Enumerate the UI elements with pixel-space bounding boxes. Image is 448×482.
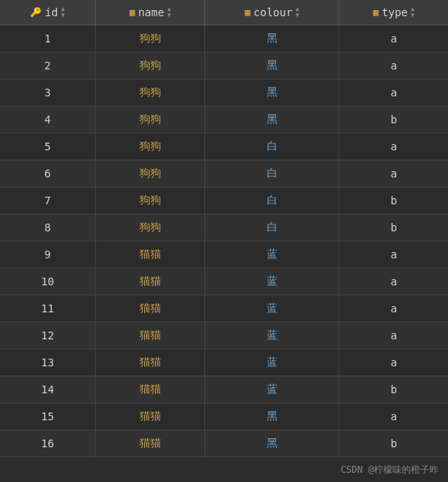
cell-id: 4 [0, 106, 96, 133]
cell-id: 8 [0, 214, 96, 241]
col-header-id[interactable]: 🔑 id ▲ ▼ [0, 0, 96, 25]
cell-name: 狗狗 [96, 79, 205, 106]
cell-colour: 蓝 [205, 349, 339, 376]
cell-id: 12 [0, 322, 96, 349]
cell-name: 猫猫 [96, 349, 205, 376]
cell-name: 狗狗 [96, 106, 205, 133]
cell-id: 5 [0, 133, 96, 160]
cell-colour: 黑 [205, 403, 339, 430]
cell-name: 猫猫 [96, 376, 205, 403]
table-icon-colour: ▦ [245, 7, 251, 18]
data-table: 🔑 id ▲ ▼ ▦ name ▲ ▼ [0, 0, 448, 457]
cell-type: a [339, 160, 448, 187]
table-row: 5狗狗白a [0, 133, 448, 160]
table-row: 7狗狗白b [0, 187, 448, 214]
cell-type: a [339, 52, 448, 79]
cell-colour: 黑 [205, 25, 339, 52]
sort-arrows-type[interactable]: ▲ ▼ [411, 6, 415, 19]
cell-colour: 蓝 [205, 322, 339, 349]
cell-id: 2 [0, 52, 96, 79]
cell-id: 14 [0, 376, 96, 403]
table-container: 🔑 id ▲ ▼ ▦ name ▲ ▼ [0, 0, 448, 482]
table-row: 2狗狗黑a [0, 52, 448, 79]
table-row: 13猫猫蓝a [0, 349, 448, 376]
cell-colour: 蓝 [205, 295, 339, 322]
cell-name: 猫猫 [96, 322, 205, 349]
cell-type: a [339, 25, 448, 52]
table-row: 15猫猫黑a [0, 403, 448, 430]
cell-colour: 白 [205, 133, 339, 160]
cell-type: b [339, 376, 448, 403]
cell-colour: 蓝 [205, 241, 339, 268]
table-icon-name: ▦ [130, 7, 135, 18]
cell-type: a [339, 268, 448, 295]
col-header-name[interactable]: ▦ name ▲ ▼ [96, 0, 205, 25]
cell-type: a [339, 295, 448, 322]
cell-id: 6 [0, 160, 96, 187]
cell-name: 猫猫 [96, 430, 205, 457]
col-header-type[interactable]: ▦ type ▲ ▼ [339, 0, 448, 25]
table-icon-type: ▦ [373, 7, 379, 18]
cell-type: b [339, 430, 448, 457]
col-label-colour: colour [254, 6, 293, 19]
key-icon: 🔑 [30, 7, 42, 18]
cell-id: 7 [0, 187, 96, 214]
sort-arrows-colour[interactable]: ▲ ▼ [295, 6, 299, 19]
cell-id: 16 [0, 430, 96, 457]
cell-type: a [339, 133, 448, 160]
cell-name: 狗狗 [96, 52, 205, 79]
cell-name: 狗狗 [96, 133, 205, 160]
cell-name: 猫猫 [96, 295, 205, 322]
table-row: 1狗狗黑a [0, 25, 448, 52]
cell-name: 猫猫 [96, 241, 205, 268]
cell-colour: 蓝 [205, 376, 339, 403]
cell-id: 15 [0, 403, 96, 430]
watermark: CSDN @柠檬味的橙子昨 [0, 457, 448, 482]
cell-name: 狗狗 [96, 160, 205, 187]
cell-id: 10 [0, 268, 96, 295]
cell-id: 13 [0, 349, 96, 376]
cell-type: b [339, 187, 448, 214]
cell-colour: 蓝 [205, 268, 339, 295]
cell-id: 11 [0, 295, 96, 322]
cell-id: 3 [0, 79, 96, 106]
table-row: 11猫猫蓝a [0, 295, 448, 322]
table-row: 12猫猫蓝a [0, 322, 448, 349]
sort-arrows-id[interactable]: ▲ ▼ [61, 6, 65, 19]
cell-id: 9 [0, 241, 96, 268]
cell-colour: 白 [205, 214, 339, 241]
cell-name: 猫猫 [96, 268, 205, 295]
cell-type: b [339, 106, 448, 133]
cell-name: 狗狗 [96, 214, 205, 241]
col-label-type: type [382, 6, 408, 19]
table-header-row: 🔑 id ▲ ▼ ▦ name ▲ ▼ [0, 0, 448, 25]
cell-colour: 黑 [205, 79, 339, 106]
sort-arrows-name[interactable]: ▲ ▼ [167, 6, 171, 19]
cell-colour: 白 [205, 160, 339, 187]
table-row: 8狗狗白b [0, 214, 448, 241]
cell-type: a [339, 79, 448, 106]
cell-colour: 黑 [205, 52, 339, 79]
table-row: 14猫猫蓝b [0, 376, 448, 403]
table-row: 10猫猫蓝a [0, 268, 448, 295]
col-header-colour[interactable]: ▦ colour ▲ ▼ [205, 0, 339, 25]
table-row: 9猫猫蓝a [0, 241, 448, 268]
cell-colour: 黑 [205, 106, 339, 133]
cell-name: 猫猫 [96, 403, 205, 430]
cell-name: 狗狗 [96, 25, 205, 52]
cell-name: 狗狗 [96, 187, 205, 214]
cell-colour: 黑 [205, 430, 339, 457]
table-row: 16猫猫黑b [0, 430, 448, 457]
cell-type: a [339, 241, 448, 268]
table-row: 6狗狗白a [0, 160, 448, 187]
table-row: 3狗狗黑a [0, 79, 448, 106]
cell-type: a [339, 349, 448, 376]
cell-id: 1 [0, 25, 96, 52]
cell-type: a [339, 322, 448, 349]
col-label-id: id [45, 6, 58, 19]
cell-type: b [339, 214, 448, 241]
cell-colour: 白 [205, 187, 339, 214]
table-row: 4狗狗黑b [0, 106, 448, 133]
col-label-name: name [138, 6, 164, 19]
cell-type: a [339, 403, 448, 430]
